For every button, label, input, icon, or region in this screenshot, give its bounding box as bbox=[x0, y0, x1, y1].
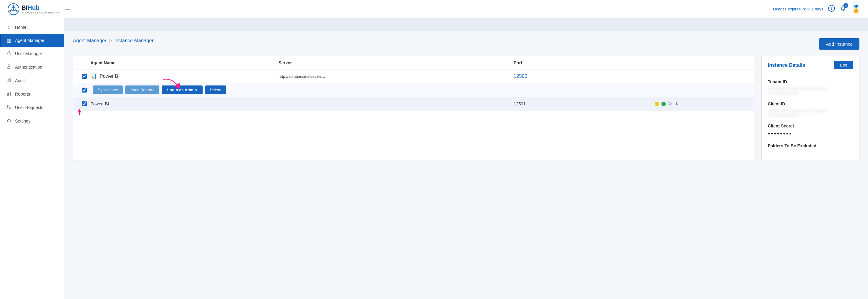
row1-server: http://solutionsinstest.vis... bbox=[279, 74, 514, 79]
folders-excluded-label: Folders To Be Excluded bbox=[768, 143, 853, 148]
sync-reports-button[interactable]: Sync Reports bbox=[125, 86, 159, 94]
table-panel: Agent Name Server Port 📊 bbox=[73, 56, 754, 161]
logo-text-group: BIHub YOUR BI SEARCH ENGINE bbox=[22, 4, 60, 14]
app-container: BIHub YOUR BI SEARCH ENGINE ☰ License ex… bbox=[0, 0, 868, 299]
topbar-left: BIHub YOUR BI SEARCH ENGINE ☰ bbox=[7, 3, 71, 15]
svg-rect-17 bbox=[7, 94, 8, 96]
sidebar-item-agent-manager[interactable]: ▦ Agent Manager bbox=[0, 34, 64, 47]
notification-badge: 11 bbox=[843, 3, 848, 8]
svg-point-20 bbox=[7, 105, 9, 107]
topbar-right: License expires in: 331 days ? 11 🏅 bbox=[773, 5, 861, 13]
svg-rect-14 bbox=[7, 78, 11, 82]
award-icon: 🏅 bbox=[851, 5, 861, 13]
action-buttons: Sync Users Sync Reports Login as Admin D… bbox=[93, 86, 749, 94]
table-row-2: Power_BI 12501 ↻ ⬇ bbox=[73, 97, 754, 110]
download-icon[interactable]: ⬇ bbox=[675, 101, 679, 107]
col-agent-name: Agent Name bbox=[90, 60, 279, 65]
details-title: Instance Details bbox=[768, 63, 805, 68]
sidebar: ⌂ Home ▦ Agent Manager User Manager Auth… bbox=[0, 19, 64, 299]
reports-icon bbox=[6, 91, 12, 97]
sidebar-item-label: Authentication bbox=[15, 65, 42, 70]
table-header: Agent Name Server Port bbox=[73, 56, 754, 70]
client-secret-field: Client Secret •••••••• bbox=[768, 124, 853, 137]
main-content: Agent Manager > Instance Manager Add Ins… bbox=[64, 31, 868, 168]
topbar: BIHub YOUR BI SEARCH ENGINE ☰ License ex… bbox=[0, 0, 868, 19]
svg-rect-19 bbox=[10, 92, 11, 96]
col-port: Port bbox=[514, 60, 655, 65]
table-row-1: 📊 Power BI http://solutionsinstest.vis..… bbox=[73, 70, 754, 83]
help-button[interactable]: ? bbox=[828, 5, 835, 13]
content-panels: Agent Name Server Port 📊 bbox=[73, 56, 860, 161]
sync-icon[interactable]: ↻ bbox=[668, 101, 672, 107]
row1-agent: 📊 Power BI bbox=[90, 73, 279, 80]
row2-port: 12501 bbox=[514, 101, 655, 106]
sidebar-item-user-manager[interactable]: User Manager bbox=[0, 47, 64, 60]
hamburger-button[interactable]: ☰ bbox=[63, 4, 71, 14]
row1-checkbox[interactable] bbox=[82, 74, 87, 79]
row2-status: ↻ ⬇ bbox=[655, 101, 749, 107]
sub-header bbox=[64, 19, 868, 31]
logo-subtitle: YOUR BI SEARCH ENGINE bbox=[22, 11, 60, 14]
action-row: Sync Users Sync Reports Login as Admin D… bbox=[73, 83, 754, 97]
breadcrumb-parent[interactable]: Agent Manager bbox=[73, 38, 106, 43]
client-id-field: Client ID xxxxxxxx-xxxx-xxxx-xxxx-xxxxxx… bbox=[768, 101, 853, 117]
sidebar-item-label: User Requests bbox=[15, 105, 43, 110]
row2-agent-name: Power_BI bbox=[90, 101, 279, 106]
svg-line-4 bbox=[10, 6, 13, 11]
action-row-checkbox[interactable] bbox=[82, 88, 87, 93]
logo: BIHub YOUR BI SEARCH ENGINE bbox=[7, 3, 60, 15]
login-as-admin-button[interactable]: Login as Admin bbox=[162, 86, 203, 94]
folders-excluded-field: Folders To Be Excluded bbox=[768, 143, 853, 148]
content-area: Agent Manager > Instance Manager Add Ins… bbox=[64, 19, 868, 299]
notification-button[interactable]: 11 bbox=[840, 5, 846, 13]
sidebar-item-label: Reports bbox=[15, 92, 30, 97]
svg-point-12 bbox=[8, 65, 10, 66]
details-panel: Instance Details Edit Tenant ID xxxxxxxx… bbox=[761, 56, 860, 161]
power-bi-icon: 📊 bbox=[90, 73, 97, 80]
logo-icon bbox=[7, 3, 20, 15]
breadcrumb-current: Instance Manager bbox=[114, 38, 154, 43]
add-instance-button[interactable]: Add Instance bbox=[819, 38, 860, 49]
row2-checkbox[interactable] bbox=[82, 101, 87, 106]
details-header: Instance Details Edit bbox=[762, 56, 859, 73]
svg-text:?: ? bbox=[830, 6, 833, 11]
authentication-icon bbox=[6, 64, 12, 70]
svg-rect-18 bbox=[8, 93, 9, 96]
client-id-label: Client ID bbox=[768, 101, 853, 106]
sidebar-item-label: Settings bbox=[15, 119, 31, 124]
svg-point-11 bbox=[8, 51, 10, 53]
user-requests-icon bbox=[6, 104, 12, 110]
sidebar-item-user-requests[interactable]: User Requests bbox=[0, 101, 64, 114]
tenant-id-value: xxxxxxxx-xxxx-xxxx-xxxx-xxxxxxxxxxxx bbox=[768, 86, 853, 95]
svg-line-5 bbox=[13, 6, 17, 11]
client-secret-label: Client Secret bbox=[768, 124, 853, 128]
sidebar-item-home[interactable]: ⌂ Home bbox=[0, 21, 64, 34]
sidebar-item-settings[interactable]: ⚙ Settings bbox=[0, 114, 64, 127]
sidebar-item-label: Home bbox=[15, 25, 26, 30]
arrow-checkbox bbox=[76, 109, 83, 116]
sync-users-button[interactable]: Sync Users bbox=[93, 86, 123, 94]
tenant-id-label: Tenant ID bbox=[768, 79, 853, 84]
page-header-row: Agent Manager > Instance Manager Add Ins… bbox=[73, 38, 860, 49]
edit-button[interactable]: Edit bbox=[834, 61, 853, 69]
sidebar-item-audit[interactable]: Audit bbox=[0, 74, 64, 87]
svg-rect-10 bbox=[843, 10, 844, 11]
sidebar-item-label: Audit bbox=[15, 78, 25, 83]
client-id-value: xxxxxxxx-xxxx-xxxx-xxxx-xxxxxxxxxxxx bbox=[768, 108, 853, 117]
client-secret-value: •••••••• bbox=[768, 130, 853, 137]
breadcrumb: Agent Manager > Instance Manager bbox=[73, 38, 154, 43]
details-body: Tenant ID xxxxxxxx-xxxx-xxxx-xxxx-xxxxxx… bbox=[762, 73, 859, 161]
tenant-id-field: Tenant ID xxxxxxxx-xxxx-xxxx-xxxx-xxxxxx… bbox=[768, 79, 853, 95]
home-icon: ⌂ bbox=[6, 25, 12, 30]
audit-icon bbox=[6, 77, 12, 84]
settings-icon: ⚙ bbox=[6, 118, 12, 124]
row1-port: 12500 bbox=[514, 73, 655, 79]
status-dot-yellow bbox=[655, 102, 659, 106]
sidebar-item-reports[interactable]: Reports bbox=[0, 87, 64, 101]
delete-button[interactable]: Delete bbox=[205, 86, 226, 94]
col-server: Server bbox=[279, 60, 514, 65]
user-manager-icon bbox=[6, 51, 12, 57]
sidebar-item-authentication[interactable]: Authentication bbox=[0, 60, 64, 74]
main-layout: ⌂ Home ▦ Agent Manager User Manager Auth… bbox=[0, 19, 868, 299]
license-text: License expires in: 331 days bbox=[773, 7, 823, 11]
